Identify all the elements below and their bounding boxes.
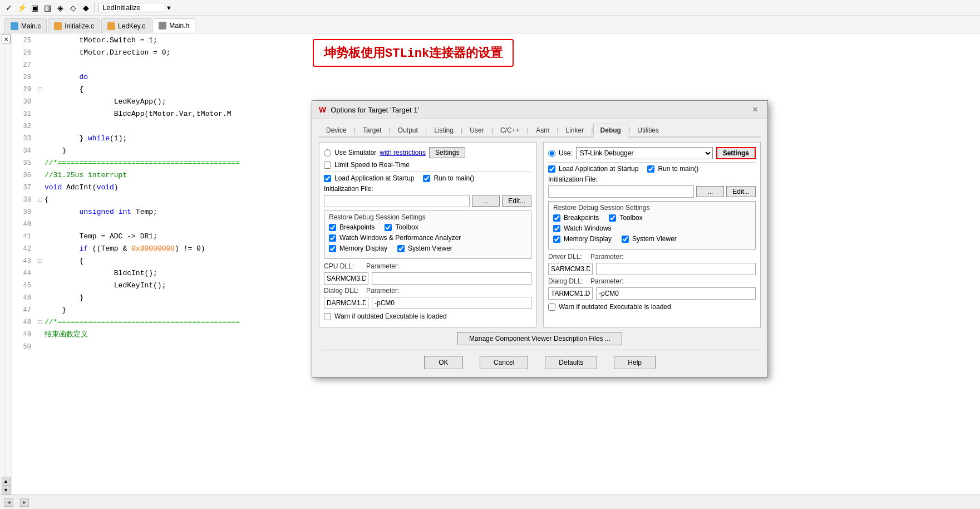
edit-left-btn[interactable]: Edit... bbox=[502, 195, 531, 207]
dialog-tab-debug[interactable]: Debug bbox=[593, 124, 628, 138]
dialog-tab-device[interactable]: Device bbox=[319, 124, 354, 136]
run-to-main-right-label: Run to main() bbox=[658, 165, 698, 173]
edit-right-btn[interactable]: Edit... bbox=[726, 186, 756, 197]
right-settings-btn[interactable]: Settings bbox=[716, 147, 756, 159]
restore-session-right-group: Restore Debug Session Settings Breakpoin… bbox=[548, 201, 756, 249]
dialog-tab-linker[interactable]: Linker bbox=[559, 124, 592, 136]
right-column: Use: ST-Link Debugger Settings Load Appl… bbox=[543, 142, 761, 327]
dialog-tab-asm[interactable]: Asm bbox=[529, 124, 557, 136]
toolbar-check-icon[interactable]: ✓ bbox=[3, 2, 14, 13]
gutter-close-btn[interactable]: ✕ bbox=[2, 35, 11, 43]
use-simulator-radio[interactable] bbox=[324, 149, 331, 156]
tab-main-h-label: Main.h bbox=[169, 22, 189, 30]
breakpoints-left-checkbox[interactable] bbox=[329, 224, 336, 231]
tab-main-c-label: Main.c bbox=[21, 22, 41, 30]
manage-component-btn[interactable]: Manage Component Viewer Description File… bbox=[457, 332, 622, 345]
browse-left-btn[interactable]: ... bbox=[472, 195, 500, 207]
system-viewer-right-checkbox[interactable] bbox=[622, 236, 629, 243]
debugger-select[interactable]: ST-Link Debugger bbox=[576, 147, 713, 159]
toolbar-diamond1-icon[interactable]: ◈ bbox=[55, 2, 66, 13]
use-right-radio[interactable] bbox=[548, 150, 555, 157]
dialog-param-left-input[interactable] bbox=[372, 297, 531, 309]
left-settings-btn[interactable]: Settings bbox=[429, 147, 465, 158]
tab-ledkey-c[interactable]: LedKey.c bbox=[101, 18, 151, 33]
init-file-left-label: Initialization File: bbox=[324, 185, 531, 193]
run-to-main-left-checkbox[interactable] bbox=[423, 175, 430, 182]
cpu-param-input[interactable] bbox=[372, 272, 531, 285]
warn-left-label: Warn if outdated Executable is loaded bbox=[334, 312, 447, 320]
ok-btn[interactable]: OK bbox=[424, 356, 463, 369]
dialog-footer: OK Cancel Defaults Help bbox=[319, 350, 761, 373]
tab-main-c[interactable]: Main.c bbox=[4, 18, 47, 33]
driver-dll-input[interactable] bbox=[548, 263, 593, 275]
dialog-tab-target[interactable]: Target bbox=[356, 124, 388, 136]
scroll-up-arrow[interactable]: ▲ bbox=[2, 477, 11, 486]
dialog-tab-output[interactable]: Output bbox=[391, 124, 425, 136]
cancel-btn[interactable]: Cancel bbox=[480, 356, 528, 369]
limit-speed-row: Limit Speed to Real-Time bbox=[324, 161, 531, 169]
scroll-right-btn[interactable]: ► bbox=[20, 498, 29, 507]
load-app-left-checkbox[interactable] bbox=[324, 175, 331, 182]
load-app-right-label: Load Application at Startup bbox=[559, 165, 638, 173]
dialog-titlebar: W Options for Target 'Target 1' × bbox=[312, 101, 767, 119]
dialog-dll-left-input[interactable] bbox=[324, 297, 368, 309]
dialog-tab-utilities[interactable]: Utilities bbox=[630, 124, 666, 136]
scroll-left-btn[interactable]: ◄ bbox=[4, 498, 13, 507]
watch-windows-right-checkbox[interactable] bbox=[553, 225, 560, 232]
init-file-right-input[interactable] bbox=[548, 185, 694, 198]
memory-display-right-label: Memory Display bbox=[564, 235, 612, 243]
cpu-dll-value-row bbox=[324, 272, 531, 285]
warn-right-checkbox[interactable] bbox=[548, 304, 555, 311]
dialog-tab-user[interactable]: User bbox=[462, 124, 491, 136]
with-restrictions-link[interactable]: with restrictions bbox=[380, 149, 426, 156]
dialog-tab-listing[interactable]: Listing bbox=[427, 124, 461, 136]
breakpoints-toolbox-right-row: Breakpoints Toolbox bbox=[553, 214, 751, 222]
load-run-right-row: Load Application at Startup Run to main(… bbox=[548, 165, 756, 173]
warn-left-row: Warn if outdated Executable is loaded bbox=[324, 312, 531, 320]
driver-dll-label: Driver DLL: bbox=[548, 253, 587, 261]
options-dialog[interactable]: W Options for Target 'Target 1' × Device… bbox=[312, 100, 768, 378]
browse-right-btn[interactable]: ... bbox=[696, 186, 724, 197]
toolbar-diamond2-icon[interactable]: ◇ bbox=[67, 2, 78, 13]
defaults-btn[interactable]: Defaults bbox=[545, 356, 597, 369]
load-app-right-checkbox[interactable] bbox=[548, 165, 555, 173]
memory-system-right-row: Memory Display System Viewer bbox=[553, 235, 751, 243]
driver-param-input[interactable] bbox=[596, 263, 756, 275]
dialog-dll-left-row: Dialog DLL: Parameter: bbox=[324, 287, 531, 295]
watch-windows-left-checkbox[interactable] bbox=[329, 234, 336, 242]
toolbar-diamond3-icon[interactable]: ◆ bbox=[80, 2, 91, 13]
dropdown-icon[interactable]: ▼ bbox=[166, 4, 172, 11]
dialog-close-btn[interactable]: × bbox=[750, 104, 761, 115]
run-to-main-right-checkbox[interactable] bbox=[647, 165, 654, 173]
restore-session-left-title: Restore Debug Session Settings bbox=[329, 213, 526, 221]
memory-display-right-checkbox[interactable] bbox=[553, 236, 560, 243]
toolbar-lightning-icon[interactable]: ⚡ bbox=[16, 2, 27, 13]
toolbox-left-checkbox[interactable] bbox=[385, 224, 392, 231]
cpu-dll-label: CPU DLL: bbox=[324, 262, 363, 270]
toolbar-paste-icon[interactable]: ▥ bbox=[42, 2, 53, 13]
run-to-main-left-label: Run to main() bbox=[434, 174, 474, 182]
cpu-dll-input[interactable] bbox=[324, 272, 368, 285]
scroll-down-arrow[interactable]: ▼ bbox=[2, 486, 11, 495]
watch-windows-left-label: Watch Windows & Performance Analyzer bbox=[339, 234, 461, 242]
dialog-dll-right-input[interactable] bbox=[548, 287, 593, 300]
toolbar-copy-icon[interactable]: ▣ bbox=[29, 2, 40, 13]
tab-initialize-c[interactable]: Initialize.c bbox=[48, 18, 100, 33]
system-viewer-left-label: System Viewer bbox=[408, 244, 452, 252]
dialog-title-text: Options for Target 'Target 1' bbox=[331, 106, 419, 114]
top-toolbar: ✓ ⚡ ▣ ▥ ◈ ◇ ◆ LedInitialize ▼ bbox=[0, 0, 980, 16]
limit-speed-checkbox[interactable] bbox=[324, 161, 331, 169]
help-btn[interactable]: Help bbox=[614, 356, 656, 369]
dialog-tabs: Device | Target | Output | Listing | Use… bbox=[319, 124, 761, 138]
dialog-tab-cpp[interactable]: C/C++ bbox=[493, 124, 527, 136]
toolbox-right-checkbox[interactable] bbox=[609, 214, 616, 222]
system-viewer-left-checkbox[interactable] bbox=[397, 245, 405, 252]
memory-display-left-checkbox[interactable] bbox=[329, 245, 336, 252]
cpu-param-label: Parameter: bbox=[366, 262, 399, 270]
tab-main-h[interactable]: Main.h bbox=[152, 18, 195, 33]
breakpoints-right-checkbox[interactable] bbox=[553, 214, 560, 222]
toolbar-separator bbox=[95, 2, 95, 13]
dialog-param-right-input[interactable] bbox=[596, 287, 756, 300]
warn-left-checkbox[interactable] bbox=[324, 313, 331, 320]
init-file-left-input[interactable] bbox=[324, 195, 470, 207]
